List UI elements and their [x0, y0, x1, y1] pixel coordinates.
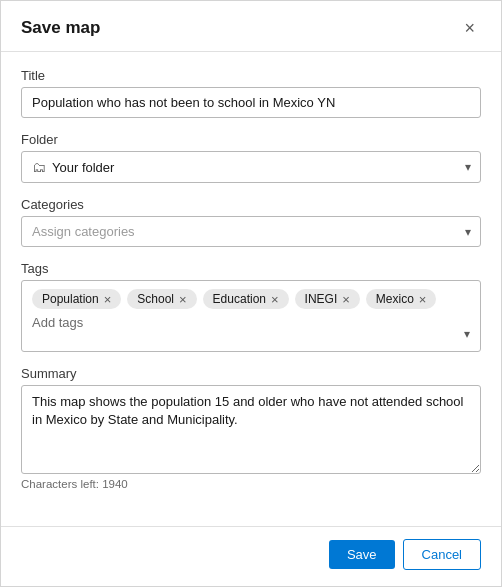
tags-chevron-icon: ▾ — [464, 327, 470, 341]
categories-select-wrapper: Assign categories ▾ — [21, 216, 481, 247]
tag-remove-button[interactable]: × — [342, 293, 350, 306]
tags-row: Population×School×Education×INEGI×Mexico… — [32, 289, 470, 330]
title-field-group: Title — [21, 68, 481, 118]
dialog-title: Save map — [21, 18, 100, 38]
folder-select[interactable]: 🗂 Your folder — [21, 151, 481, 183]
tags-box[interactable]: Population×School×Education×INEGI×Mexico… — [21, 280, 481, 352]
categories-label: Categories — [21, 197, 481, 212]
add-tags-placeholder: Add tags — [32, 315, 83, 330]
tag-remove-button[interactable]: × — [104, 293, 112, 306]
tag-label: INEGI — [305, 292, 338, 306]
save-button[interactable]: Save — [329, 540, 395, 569]
tag-remove-button[interactable]: × — [271, 293, 279, 306]
title-input[interactable] — [21, 87, 481, 118]
save-map-dialog: Save map × Title Folder 🗂 Your folder ▾ … — [0, 0, 502, 587]
tag-label: School — [137, 292, 174, 306]
title-label: Title — [21, 68, 481, 83]
tag-label: Mexico — [376, 292, 414, 306]
dialog-body: Title Folder 🗂 Your folder ▾ Categories … — [1, 52, 501, 526]
list-item: School× — [127, 289, 196, 309]
cancel-button[interactable]: Cancel — [403, 539, 481, 570]
chars-left: Characters left: 1940 — [21, 478, 481, 490]
list-item: Education× — [203, 289, 289, 309]
folder-field-group: Folder 🗂 Your folder ▾ — [21, 132, 481, 183]
folder-value: Your folder — [52, 160, 114, 175]
list-item: Population× — [32, 289, 121, 309]
folder-label: Folder — [21, 132, 481, 147]
tag-label: Education — [213, 292, 266, 306]
categories-field-group: Categories Assign categories ▾ — [21, 197, 481, 247]
dialog-header: Save map × — [1, 1, 501, 52]
categories-placeholder: Assign categories — [32, 224, 135, 239]
summary-label: Summary — [21, 366, 481, 381]
close-button[interactable]: × — [458, 17, 481, 39]
tags-field-group: Tags Population×School×Education×INEGI×M… — [21, 261, 481, 352]
categories-select[interactable]: Assign categories — [21, 216, 481, 247]
list-item: Mexico× — [366, 289, 437, 309]
folder-icon: 🗂 — [32, 159, 46, 175]
summary-textarea[interactable] — [21, 385, 481, 474]
folder-select-wrapper: 🗂 Your folder ▾ — [21, 151, 481, 183]
tags-label: Tags — [21, 261, 481, 276]
tag-remove-button[interactable]: × — [419, 293, 427, 306]
dialog-footer: Save Cancel — [1, 526, 501, 586]
tag-remove-button[interactable]: × — [179, 293, 187, 306]
tag-label: Population — [42, 292, 99, 306]
list-item: INEGI× — [295, 289, 360, 309]
summary-field-group: Summary Characters left: 1940 — [21, 366, 481, 490]
